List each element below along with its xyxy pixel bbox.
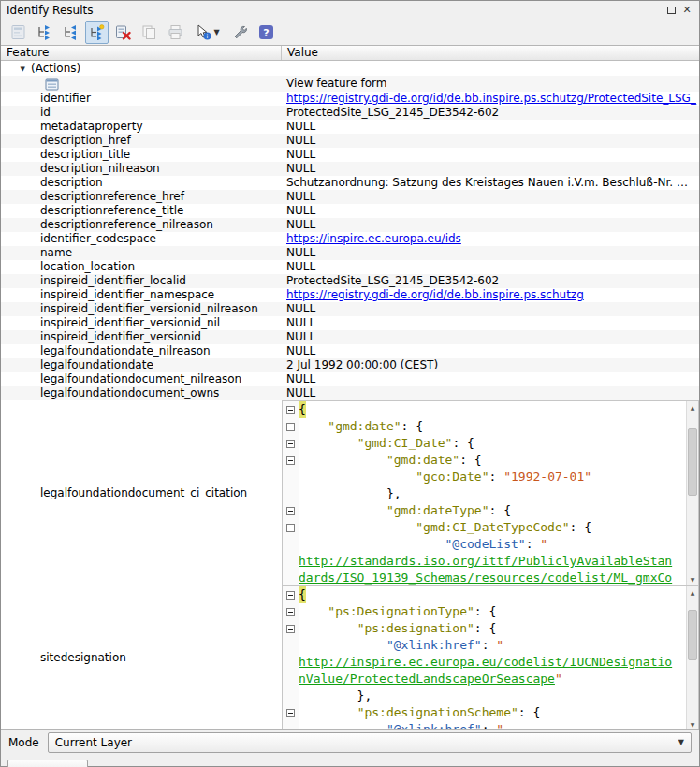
float-button[interactable] (664, 4, 678, 17)
feature-value: NULL (282, 386, 699, 400)
table-row[interactable]: idProtectedSite_LSG_2145_DE3542-602 (1, 106, 699, 120)
table-row[interactable]: description_nilreasonNULL (1, 162, 699, 176)
table-row[interactable]: inspireid_identifier_versionidNULL (1, 330, 699, 344)
header-feature[interactable]: Feature (1, 46, 282, 60)
table-row[interactable]: inspireid_identifier_versionid_nilNULL (1, 316, 699, 330)
fold-margin[interactable] (283, 452, 299, 469)
editor-scrollbar[interactable]: ▲ ▼ (686, 401, 698, 585)
fold-margin[interactable] (283, 401, 299, 418)
help-icon: ? (258, 24, 274, 40)
fold-minus-icon[interactable] (286, 423, 295, 431)
table-row[interactable]: legalfoundationdocument_ownsNULL (1, 386, 699, 400)
identify-settings-button[interactable] (228, 21, 252, 44)
json-editor[interactable]: { "gmd:date": { "gmd:CI_Date": { "gmd:da… (282, 400, 699, 586)
results-table: Feature Value ▼(Actions) View feature fo… (1, 45, 699, 730)
feature-name: id (1, 106, 282, 120)
table-row[interactable]: description_hrefNULL (1, 134, 699, 148)
fold-minus-icon[interactable] (286, 608, 295, 616)
json-code[interactable]: { "gmd:date": { "gmd:CI_Date": { "gmd:da… (283, 401, 686, 585)
fold-margin[interactable] (283, 502, 299, 519)
dropdown-arrow-icon[interactable]: ▼ (213, 28, 219, 36)
partial-bottom-row (1, 755, 699, 766)
toolbar: i▼? (1, 19, 699, 45)
value-link[interactable]: https://inspire.ec.europa.eu/ids (286, 232, 461, 245)
table-row[interactable]: location_locationNULL (1, 260, 699, 274)
scroll-down-icon[interactable]: ▼ (687, 718, 698, 729)
expand-tree-button[interactable] (33, 21, 56, 44)
close-button[interactable]: ✕ (680, 4, 693, 17)
table-row[interactable]: descriptionreference_hrefNULL (1, 190, 699, 204)
scrollbar-thumb[interactable] (688, 610, 697, 660)
table-row[interactable]: identifier_codespacehttps://inspire.ec.e… (1, 232, 699, 246)
table-row[interactable]: legalfoundationdate_nilreasonNULL (1, 344, 699, 358)
table-row[interactable]: legalfoundationdocument_ci_citation { "g… (1, 400, 699, 586)
clear-results-button[interactable] (111, 21, 135, 44)
scrollbar-thumb[interactable] (688, 428, 697, 496)
header-value[interactable]: Value (282, 46, 699, 60)
table-row[interactable]: descriptionSchutzanordnung: Satzung des … (1, 176, 699, 190)
table-row[interactable]: descriptionreference_nilreasonNULL (1, 218, 699, 232)
collapse-arrow-icon[interactable]: ▼ (1, 62, 25, 76)
fold-margin[interactable] (283, 704, 299, 721)
fold-margin[interactable] (283, 519, 299, 536)
json-editor[interactable]: { "ps:DesignationType": { "ps:designatio… (282, 586, 699, 729)
scroll-up-icon[interactable]: ▲ (687, 401, 698, 412)
value-link[interactable]: https://registry.gdi-de.org/id/de.bb.ins… (286, 92, 696, 105)
scroll-down-icon[interactable]: ▼ (687, 573, 698, 585)
svg-text:?: ? (263, 26, 269, 38)
help-button[interactable]: ? (255, 21, 278, 44)
table-row[interactable]: descriptionreference_titleNULL (1, 204, 699, 218)
fold-margin[interactable] (283, 435, 299, 452)
svg-text:i: i (207, 33, 209, 40)
feature-value: NULL (282, 260, 699, 274)
fold-margin[interactable] (283, 586, 299, 603)
feature-name: inspireid_identifier_namespace (1, 288, 282, 302)
actions-row[interactable]: ▼(Actions) (1, 61, 699, 76)
form-view-icon[interactable] (45, 78, 59, 91)
feature-name: inspireid_identifier_localid (1, 274, 282, 288)
code-line: "gco:Date": "1992-07-01" (283, 469, 686, 485)
fold-margin[interactable] (283, 418, 299, 435)
table-row[interactable]: inspireid_identifier_namespacehttps://re… (1, 288, 699, 302)
fold-minus-icon[interactable] (286, 625, 295, 633)
fold-minus-icon[interactable] (286, 709, 295, 717)
table-row[interactable]: description_titleNULL (1, 148, 699, 162)
fold-minus-icon[interactable] (286, 507, 295, 515)
table-row[interactable]: metadatapropertyNULL (1, 120, 699, 134)
fold-margin[interactable] (283, 620, 299, 637)
feature-name: description (1, 176, 282, 190)
code-line: nValue/ProtectedLandscapeOrSeascape" (283, 671, 686, 687)
feature-value: https://registry.gdi-de.org/id/de.bb.ins… (282, 288, 699, 302)
table-row[interactable]: sitedesignation { "ps:DesignationType": … (1, 586, 699, 729)
value-link[interactable]: https://registry.gdi-de.org/id/de.bb.ins… (286, 288, 584, 301)
expand-new-results-button[interactable] (85, 21, 109, 44)
fold-minus-icon[interactable] (286, 591, 295, 600)
titlebar[interactable]: Identify Results ✕ (1, 1, 699, 19)
actions-label: (Actions) (31, 62, 80, 75)
json-code[interactable]: { "ps:DesignationType": { "ps:designatio… (283, 586, 686, 729)
identify-mode-button[interactable]: i▼ (190, 21, 226, 44)
mode-combobox[interactable]: Current Layer ▼ (48, 732, 692, 753)
table-row[interactable]: legalfoundationdocument_nilreasonNULL (1, 372, 699, 386)
scroll-up-icon[interactable]: ▲ (687, 586, 698, 598)
editor-scrollbar[interactable]: ▲ ▼ (686, 586, 698, 729)
fold-minus-icon[interactable] (286, 440, 295, 448)
code-line: "ps:designation": { (283, 620, 686, 637)
fold-minus-icon[interactable] (286, 524, 295, 532)
feature-value: https://inspire.ec.europa.eu/ids (282, 232, 699, 246)
collapse-tree-button[interactable] (59, 21, 82, 44)
table-row[interactable]: inspireid_identifier_localidProtectedSit… (1, 274, 699, 288)
fold-minus-icon[interactable] (286, 456, 295, 465)
clear-icon (115, 24, 131, 40)
feature-name: description_href (1, 134, 282, 148)
table-row[interactable]: nameNULL (1, 246, 699, 260)
code-line: "ps:DesignationType": { (283, 603, 686, 620)
view-form-row[interactable]: View feature form (1, 76, 699, 92)
mode-label: Mode (8, 736, 39, 749)
table-row[interactable]: inspireid_identifier_versionid_nilreason… (1, 302, 699, 316)
table-row[interactable]: identifierhttps://registry.gdi-de.org/id… (1, 92, 699, 106)
fold-margin[interactable] (283, 603, 299, 620)
feature-value: NULL (282, 120, 699, 134)
fold-minus-icon[interactable] (286, 406, 295, 414)
table-row[interactable]: legalfoundationdate2 Jul 1992 00:00:00 (… (1, 358, 699, 372)
